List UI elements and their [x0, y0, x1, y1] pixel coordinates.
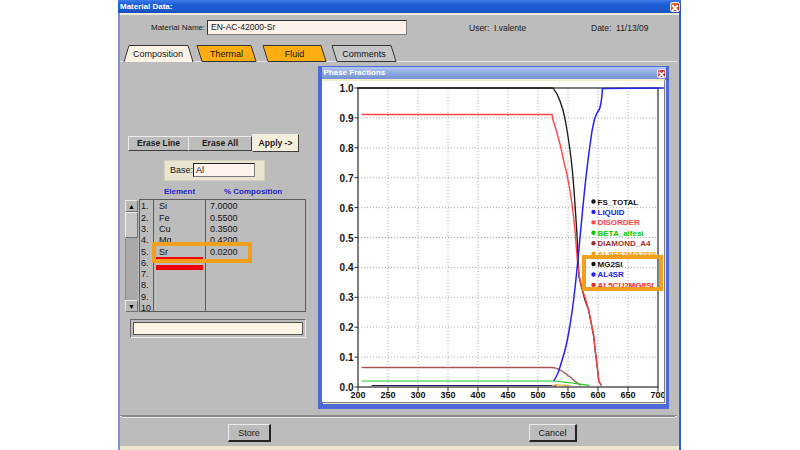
svg-text:Fluid: Fluid [285, 49, 305, 59]
svg-text:200: 200 [350, 390, 365, 400]
svg-text:0.2: 0.2 [340, 322, 354, 333]
svg-text:250: 250 [380, 390, 395, 400]
svg-text:1.0: 1.0 [340, 83, 354, 94]
svg-text:0.4: 0.4 [340, 262, 354, 273]
svg-text:0.5: 0.5 [340, 233, 354, 244]
svg-text:0.8: 0.8 [340, 143, 354, 154]
svg-text:FS_TOTAL: FS_TOTAL [598, 198, 639, 207]
svg-text:0.9: 0.9 [340, 113, 354, 124]
svg-text:Composition: Composition [133, 49, 183, 59]
svg-text:300: 300 [410, 390, 425, 400]
svg-text:LIQUID: LIQUID [598, 208, 625, 217]
svg-text:450: 450 [500, 390, 515, 400]
svg-text:0.1: 0.1 [340, 352, 354, 363]
svg-text:500: 500 [530, 390, 545, 400]
svg-text:0.6: 0.6 [340, 203, 354, 214]
svg-text:700: 700 [650, 390, 664, 400]
svg-text:Thermal: Thermal [210, 49, 243, 59]
svg-text:0.7: 0.7 [340, 173, 354, 184]
svg-text:BETA_alfesi: BETA_alfesi [598, 229, 644, 238]
svg-text:Comments: Comments [342, 49, 386, 59]
svg-text:400: 400 [470, 390, 485, 400]
svg-text:350: 350 [440, 390, 455, 400]
svg-text:600: 600 [590, 390, 605, 400]
svg-text:DISORDER: DISORDER [598, 218, 640, 227]
svg-text:0.3: 0.3 [340, 292, 354, 303]
svg-text:550: 550 [560, 390, 575, 400]
svg-text:650: 650 [620, 390, 635, 400]
svg-text:DIAMOND_A4: DIAMOND_A4 [598, 239, 651, 248]
